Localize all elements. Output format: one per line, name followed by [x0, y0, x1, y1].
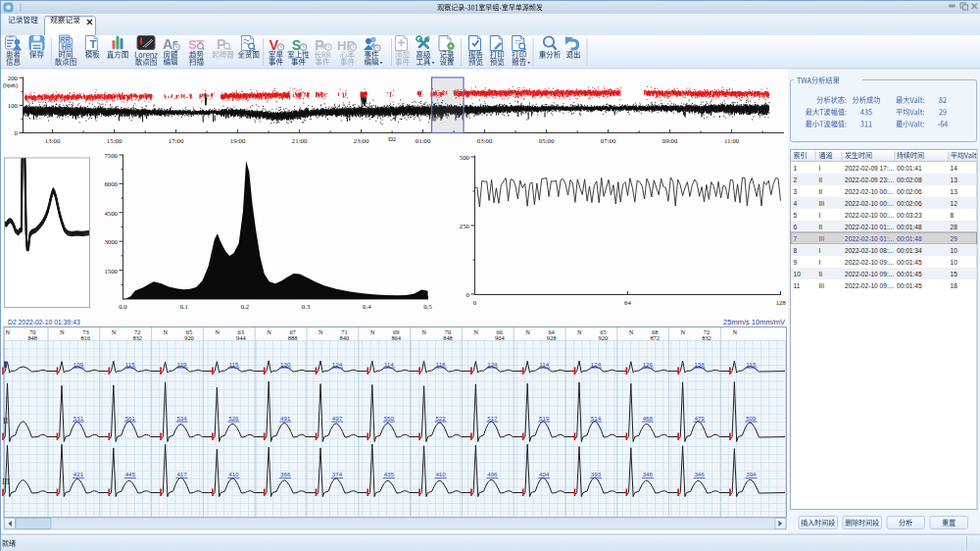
svg-text:00:02:06: 00:02:06: [897, 188, 922, 195]
svg-text:13: 13: [951, 188, 958, 195]
svg-text:435: 435: [384, 471, 395, 477]
svg-text:346: 346: [694, 471, 705, 477]
svg-text:124: 124: [332, 361, 343, 368]
svg-text:114: 114: [384, 361, 394, 368]
svg-text:393: 393: [591, 471, 602, 477]
svg-text:N: N: [629, 328, 634, 335]
svg-text:124: 124: [487, 361, 498, 368]
svg-text:II: II: [3, 417, 8, 426]
svg-text:I: I: [819, 247, 821, 254]
svg-text:N: N: [6, 328, 11, 335]
svg-text:816: 816: [81, 334, 91, 341]
svg-text:S: S: [292, 37, 301, 53]
svg-text:12: 12: [951, 200, 958, 207]
svg-text:00:02:06: 00:02:06: [897, 200, 922, 207]
svg-text:4500: 4500: [104, 210, 118, 217]
svg-text:III: III: [819, 235, 825, 242]
svg-text:21:00: 21:00: [292, 137, 308, 144]
svg-text:N: N: [60, 328, 65, 335]
svg-text:394: 394: [746, 471, 757, 477]
svg-text:2022-02-10 00:...: 2022-02-10 00:...: [845, 212, 894, 219]
svg-text:840: 840: [340, 334, 350, 341]
svg-text:864: 864: [391, 334, 401, 341]
svg-text:00:01:48: 00:01:48: [897, 235, 922, 242]
svg-text:534: 534: [176, 415, 187, 422]
svg-text:2022-02-09 17:...: 2022-02-09 17:...: [845, 165, 894, 172]
svg-text:N: N: [164, 328, 169, 335]
svg-text:550: 550: [384, 415, 395, 422]
svg-text:00:01:48: 00:01:48: [897, 224, 922, 230]
svg-text:13: 13: [951, 176, 958, 183]
svg-text:2022-02-09 23:...: 2022-02-09 23:...: [845, 176, 894, 183]
svg-text:8: 8: [794, 247, 798, 254]
svg-text:920: 920: [184, 334, 194, 341]
svg-text:2022-02-10 09:...: 2022-02-10 09:...: [845, 282, 894, 289]
svg-text:479: 479: [694, 415, 705, 422]
svg-text:119: 119: [177, 361, 187, 368]
svg-text:0.4: 0.4: [363, 303, 371, 310]
svg-text:2022-02-10 00:...: 2022-02-10 00:...: [845, 188, 894, 195]
svg-text:2022-02-10 00:...: 2022-02-10 00:...: [845, 200, 894, 207]
svg-text:346: 346: [643, 471, 654, 477]
svg-text:15:00: 15:00: [107, 137, 122, 144]
svg-text:3: 3: [794, 188, 798, 195]
svg-text:445: 445: [125, 471, 136, 477]
svg-text:6: 6: [794, 224, 798, 230]
svg-text:3000: 3000: [104, 238, 118, 245]
svg-text:509: 509: [746, 415, 757, 422]
svg-text:N: N: [577, 328, 582, 335]
svg-text:14: 14: [951, 165, 958, 172]
svg-text:00:01:45: 00:01:45: [897, 282, 922, 289]
svg-text:0.3: 0.3: [302, 303, 311, 310]
svg-text:00:01:41: 00:01:41: [897, 165, 922, 172]
svg-text:2022-02-10 09:...: 2022-02-10 09:...: [845, 259, 894, 266]
svg-text:5: 5: [794, 212, 798, 219]
svg-text:10: 10: [951, 259, 958, 266]
svg-text:III: III: [819, 282, 825, 289]
svg-text:7500: 7500: [104, 152, 118, 159]
svg-text:0: 0: [15, 129, 19, 136]
svg-text:832: 832: [132, 334, 142, 341]
svg-text:2022-02-10 08:...: 2022-02-10 08:...: [845, 247, 894, 254]
svg-text:374: 374: [332, 471, 343, 477]
svg-text:11: 11: [794, 282, 801, 289]
svg-text:00:01:34: 00:01:34: [897, 247, 922, 254]
svg-text:15: 15: [951, 271, 958, 277]
svg-text:T: T: [89, 38, 96, 50]
svg-text:0.2: 0.2: [241, 303, 250, 310]
svg-text:0: 0: [473, 299, 477, 306]
svg-text:25mm/s 10mm/mV: 25mm/s 10mm/mV: [723, 318, 785, 326]
svg-text:N: N: [422, 328, 427, 335]
svg-text:N: N: [732, 328, 737, 335]
svg-text:17:00: 17:00: [169, 137, 184, 144]
svg-text:2022-02-10 01:...: 2022-02-10 01:...: [845, 235, 894, 242]
svg-text:6000: 6000: [104, 180, 118, 187]
svg-text:11:00: 11:00: [724, 137, 740, 144]
svg-text:III: III: [819, 200, 825, 207]
svg-text:00:03:23: 00:03:23: [897, 212, 922, 219]
svg-text:05:00: 05:00: [539, 137, 555, 144]
svg-text:N: N: [525, 328, 530, 335]
svg-text:HR: HR: [62, 43, 72, 50]
svg-text:920: 920: [599, 334, 609, 341]
svg-text:III: III: [2, 477, 10, 486]
svg-text:118: 118: [436, 361, 446, 368]
svg-text:928: 928: [547, 334, 557, 341]
svg-text:130: 130: [280, 361, 291, 368]
svg-text:N: N: [267, 328, 271, 335]
svg-text:561: 561: [125, 415, 136, 422]
svg-text:2022-02-10 09:...: 2022-02-10 09:...: [845, 271, 894, 277]
svg-text:2: 2: [794, 176, 798, 183]
svg-text:126: 126: [643, 361, 654, 368]
svg-text:491: 491: [280, 415, 291, 422]
svg-text:7: 7: [794, 235, 798, 242]
svg-text:II: II: [819, 271, 823, 277]
svg-text:01:00: 01:00: [416, 137, 431, 144]
svg-text:N: N: [681, 328, 686, 335]
svg-text:832: 832: [702, 334, 711, 341]
svg-text:8: 8: [951, 212, 955, 219]
svg-text:406: 406: [487, 471, 498, 477]
svg-text:109: 109: [74, 361, 84, 368]
svg-text:497: 497: [332, 415, 343, 422]
svg-text:519: 519: [539, 415, 550, 422]
